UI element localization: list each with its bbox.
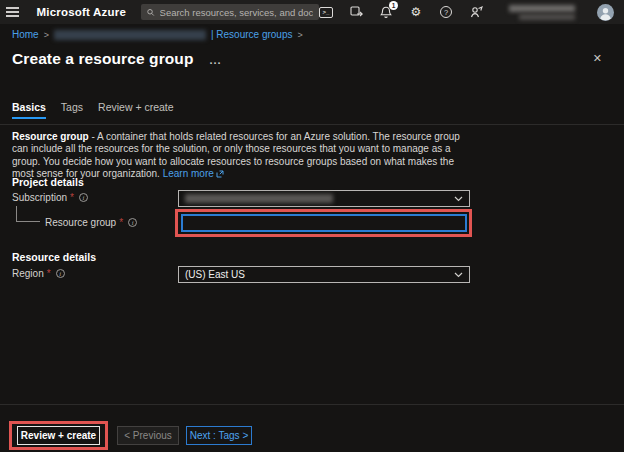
tab-basics[interactable]: Basics [12, 101, 46, 119]
search-placeholder: Search resources, services, and docs (G+… [160, 7, 313, 18]
breadcrumb-separator: > [297, 30, 302, 40]
redacted-subscription-value [185, 194, 333, 203]
page-header: Create a resource group ... [12, 50, 222, 68]
review-create-button[interactable]: Review + create [17, 426, 100, 445]
project-details-heading: Project details [12, 176, 84, 188]
region-label: Region * i [12, 268, 65, 279]
more-options-icon[interactable]: ... [209, 54, 221, 68]
tabs-divider [0, 124, 624, 125]
resource-group-label: Resource group * i [45, 217, 137, 228]
settings-gear-icon[interactable]: ⚙ [409, 5, 423, 19]
cloud-shell-icon[interactable]: >_ [319, 5, 333, 19]
redacted-breadcrumb-subscription [54, 30, 206, 40]
redacted-account-name [509, 5, 575, 12]
top-bar: Microsoft Azure Search resources, servic… [0, 0, 624, 24]
subscription-dropdown[interactable] [178, 190, 470, 207]
global-search-input[interactable]: Search resources, services, and docs (G+… [141, 4, 319, 20]
close-icon[interactable]: ✕ [593, 52, 602, 65]
region-selected-value: (US) East US [185, 269, 245, 280]
wizard-tabs: Basics Tags Review + create [12, 101, 174, 119]
page-title: Create a resource group [12, 50, 193, 68]
notifications-bell-icon[interactable]: 1 [379, 5, 393, 19]
hamburger-menu-icon[interactable] [2, 0, 23, 24]
breadcrumb: Home > | Resource groups > [0, 24, 624, 45]
subscription-child-connector [16, 206, 40, 222]
region-info-icon[interactable]: i [56, 269, 65, 278]
breadcrumb-resource-groups-link[interactable]: | Resource groups [211, 29, 293, 40]
breadcrumb-separator: > [44, 30, 49, 40]
required-marker: * [119, 217, 123, 228]
help-icon[interactable]: ? [439, 5, 453, 19]
avatar[interactable] [597, 4, 614, 21]
azure-portal-window: Microsoft Azure Search resources, servic… [0, 0, 624, 452]
resource-group-info-icon[interactable]: i [128, 218, 137, 227]
subscription-info-icon[interactable]: i [79, 193, 88, 202]
notification-badge: 1 [389, 1, 398, 10]
account-info[interactable] [509, 5, 575, 20]
chevron-down-icon [454, 272, 463, 278]
footer-divider [0, 404, 624, 405]
breadcrumb-home-link[interactable]: Home [12, 29, 39, 40]
previous-button[interactable]: < Previous [117, 426, 179, 445]
feedback-icon[interactable] [469, 5, 483, 19]
top-bar-actions: >_ 1 ⚙ ? [319, 4, 624, 21]
learn-more-link[interactable]: Learn more [163, 168, 214, 179]
resource-group-input[interactable] [181, 214, 467, 232]
brand-title[interactable]: Microsoft Azure [37, 6, 126, 18]
required-marker: * [47, 268, 51, 279]
resource-details-heading: Resource details [12, 251, 96, 263]
region-dropdown[interactable]: (US) East US [178, 266, 470, 283]
external-link-icon [216, 170, 224, 178]
required-marker: * [70, 192, 74, 203]
directories-filter-icon[interactable] [349, 5, 363, 19]
chevron-down-icon [454, 196, 463, 202]
next-tags-button[interactable]: Next : Tags > [186, 426, 252, 445]
description-lead: Resource group [12, 131, 89, 142]
subscription-label: Subscription * i [12, 192, 88, 203]
resource-group-description: Resource group - A container that holds … [12, 131, 473, 181]
tab-review-create[interactable]: Review + create [98, 101, 174, 119]
redacted-account-directory [519, 14, 575, 20]
tab-tags[interactable]: Tags [61, 101, 83, 119]
search-icon [147, 8, 155, 17]
